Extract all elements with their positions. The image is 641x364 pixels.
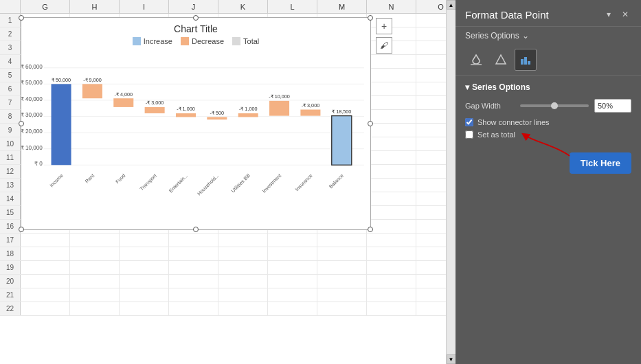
grid-cell[interactable]: [367, 96, 416, 109]
grid-cell[interactable]: [317, 288, 367, 302]
grid-cell[interactable]: [70, 234, 120, 247]
grid-cell[interactable]: [416, 137, 446, 150]
grid-cell[interactable]: [218, 247, 268, 260]
grid-cell[interactable]: [218, 288, 268, 302]
grid-cell[interactable]: [317, 247, 367, 260]
grid-cell[interactable]: [120, 275, 169, 288]
grid-cell[interactable]: [367, 179, 416, 192]
section-header[interactable]: ▾ Series Options: [465, 82, 631, 92]
grid-cell[interactable]: [317, 302, 367, 315]
grid-cell[interactable]: [416, 55, 446, 68]
resize-handle-bm[interactable]: [193, 227, 199, 232]
grid-cell[interactable]: [416, 288, 446, 302]
grid-cell[interactable]: [367, 137, 416, 150]
grid-cell[interactable]: [70, 288, 120, 302]
panel-close-button[interactable]: ✕: [619, 8, 631, 21]
scroll-track[interactable]: [447, 10, 456, 354]
grid-cell[interactable]: [268, 247, 317, 260]
grid-cell[interactable]: [367, 69, 416, 82]
grid-cell[interactable]: [367, 288, 416, 302]
chart-options-icon-btn[interactable]: [515, 49, 537, 71]
grid-cell[interactable]: [416, 110, 446, 123]
grid-cell[interactable]: [367, 247, 416, 260]
grid-cell[interactable]: [416, 192, 446, 205]
grid-cell[interactable]: [169, 247, 218, 260]
grid-cell[interactable]: [120, 302, 169, 315]
grid-cell[interactable]: [367, 220, 416, 233]
series-options-tab[interactable]: Series Options ⌄: [456, 27, 641, 45]
grid-cell[interactable]: [21, 275, 70, 288]
grid-cell[interactable]: [268, 234, 317, 247]
gap-value-box[interactable]: ▲ ▼: [594, 99, 631, 113]
grid-cell[interactable]: [317, 234, 367, 247]
grid-cell[interactable]: [416, 234, 446, 247]
grid-cell[interactable]: [367, 206, 416, 219]
add-chart-element-button[interactable]: +: [376, 18, 392, 34]
grid-cell[interactable]: [317, 275, 367, 288]
grid-cell[interactable]: [367, 165, 416, 178]
grid-cell[interactable]: [416, 151, 446, 164]
grid-cell[interactable]: [367, 261, 416, 274]
grid-cell[interactable]: [218, 234, 268, 247]
grid-cell[interactable]: [367, 151, 416, 164]
grid-cell[interactable]: [367, 55, 416, 68]
grid-cell[interactable]: [169, 261, 218, 274]
resize-handle-tl[interactable]: [19, 15, 24, 21]
gap-width-slider[interactable]: [520, 104, 589, 107]
grid-cell[interactable]: [416, 41, 446, 54]
grid-cell[interactable]: [367, 234, 416, 247]
grid-cell[interactable]: [367, 302, 416, 315]
grid-cell[interactable]: [169, 288, 218, 302]
grid-cell[interactable]: [367, 275, 416, 288]
bar-balance[interactable]: [332, 116, 352, 166]
grid-cell[interactable]: [416, 69, 446, 82]
grid-cell[interactable]: [21, 302, 70, 315]
grid-cell[interactable]: [21, 234, 70, 247]
grid-cell[interactable]: [169, 302, 218, 315]
grid-cell[interactable]: [120, 247, 169, 260]
grid-cell[interactable]: [268, 288, 317, 302]
grid-cell[interactable]: [218, 261, 268, 274]
grid-cell[interactable]: [416, 124, 446, 137]
grid-cell[interactable]: [70, 247, 120, 260]
grid-cell[interactable]: [70, 275, 120, 288]
grid-cell[interactable]: [21, 288, 70, 302]
chart-style-button[interactable]: 🖌: [376, 37, 392, 54]
grid-cell[interactable]: [416, 206, 446, 219]
set-as-total-checkbox[interactable]: [465, 130, 473, 139]
panel-chevron-button[interactable]: ▾: [604, 8, 614, 21]
gap-value-input[interactable]: [595, 102, 641, 110]
grid-cell[interactable]: [416, 96, 446, 109]
grid-cell[interactable]: [268, 261, 317, 274]
grid-cell[interactable]: [416, 165, 446, 178]
grid-cell[interactable]: [70, 261, 120, 274]
resize-handle-br[interactable]: [368, 227, 373, 232]
grid-cell[interactable]: [21, 247, 70, 260]
grid-cell[interactable]: [70, 302, 120, 315]
grid-cell[interactable]: [218, 275, 268, 288]
bar-income[interactable]: [52, 84, 71, 165]
grid-cell[interactable]: [120, 234, 169, 247]
grid-cell[interactable]: [317, 261, 367, 274]
grid-cell[interactable]: [367, 124, 416, 137]
fill-icon-btn[interactable]: [465, 49, 487, 71]
gap-width-thumb[interactable]: [551, 102, 558, 109]
resize-handle-tm[interactable]: [193, 15, 199, 21]
grid-cell[interactable]: [367, 110, 416, 123]
grid-cell[interactable]: [416, 27, 446, 41]
grid-cell[interactable]: [120, 261, 169, 274]
grid-cell[interactable]: [416, 302, 446, 315]
resize-handle-bl[interactable]: [19, 227, 24, 232]
grid-cell[interactable]: [416, 82, 446, 95]
vertical-scrollbar[interactable]: ▲ ▼: [446, 0, 456, 364]
grid-cell[interactable]: [268, 302, 317, 315]
resize-handle-tr[interactable]: [368, 15, 373, 21]
tick-here-button[interactable]: Tick Here: [570, 152, 631, 174]
grid-cell[interactable]: [169, 275, 218, 288]
grid-cell[interactable]: [416, 179, 446, 192]
show-connector-lines-checkbox[interactable]: [465, 118, 473, 126]
grid-cell[interactable]: [416, 275, 446, 288]
scroll-up-arrow[interactable]: ▲: [447, 0, 456, 10]
grid-cell[interactable]: [268, 275, 317, 288]
grid-cell[interactable]: [416, 14, 446, 27]
